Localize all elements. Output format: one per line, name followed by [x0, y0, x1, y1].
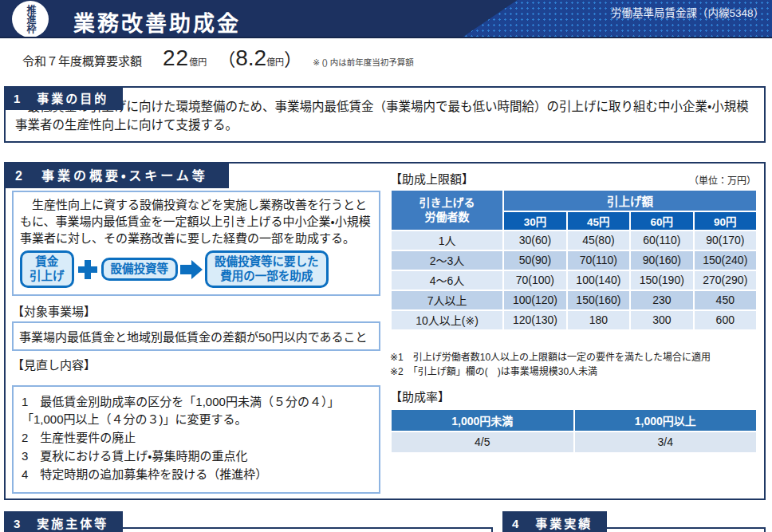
overview-text: 生産性向上に資する設備投資などを実施し業務改善を行うとともに、事業場内最低賃金を…	[20, 196, 372, 247]
subsidy-rate-table: 1,000円未満 1,000円以上 4/5 3/4	[390, 408, 758, 454]
page-title: 業務改善助成金	[73, 6, 241, 37]
department-label: 労働基準局賃金課（内線5348）	[611, 4, 764, 20]
flow-wage-raise-box: 賃金 引上げ	[20, 250, 74, 287]
promotion-frame-badge: 推進枠	[12, 1, 49, 37]
flow-wage-raise-line1: 賃金	[30, 255, 65, 269]
table-row: 1人30(60)45(80)60(110)90(170)	[392, 231, 756, 250]
flow-subsidy-line2: 費用の一部を助成	[215, 270, 319, 283]
paren-close: ）	[284, 45, 301, 70]
revision-box: 1 最低賃金別助成率の区分を「1,000円未満（５分の４）」 「1,000円以上…	[12, 385, 380, 494]
table-row: 7人以上100(120)150(160)230450	[392, 291, 756, 309]
limit-label: 【助成上限額】	[390, 170, 474, 187]
badge-label: 推進枠	[26, 5, 35, 33]
revision-item: 1 最低賃金別助成率の区分を「1,000円未満（５分の４）」	[22, 393, 371, 412]
flow-subsidy-line1: 設備投資等に要した	[215, 255, 319, 269]
flow-capital-investment-box: 設備投資等	[101, 258, 179, 281]
subsidy-limit-table: 引き上げる 労働者数 引上げ額 30円 45円 60円 90円 1人30(60)…	[390, 189, 758, 331]
previous-budget-unit: 億円	[266, 55, 284, 68]
section-purpose-title: 1 事業の目的	[4, 86, 123, 110]
revision-item: 「1,000円以上（４分の３)」に変更する。	[22, 411, 371, 429]
column-header: 90円	[695, 212, 756, 230]
rate-value: 3/4	[575, 432, 757, 452]
section-results-title: 4 事業実績	[502, 511, 607, 532]
section-implementing-title: 3 実施主体等	[4, 511, 123, 532]
budget-amount: 22	[163, 45, 189, 71]
raise-amount-header: 引上げ額	[504, 191, 756, 211]
revision-label: 【見直し内容】	[12, 356, 380, 372]
budget-request-line: 令和７年度概算要求額 22 億円 （ 8.2 億円 ） ※ () 内は前年度当初…	[22, 45, 772, 70]
revision-item: 4 特定時期の追加募集枠を設ける（推進枠）	[22, 466, 371, 484]
table-notes: ※1 引上げ労働者数10人以上の上限額は一定の要件を満たした場合に適用 ※2 「…	[390, 350, 758, 380]
section-purpose: 1 事業の目的 最低賃金の引上げに向けた環境整備のため、事業場内最低賃金（事業場…	[4, 86, 766, 143]
subsidy-limit-column: 【助成上限額】 （単位：万円） 引き上げる 労働者数 引上げ額 30円 45円	[387, 164, 764, 499]
paren-open: （	[218, 45, 235, 70]
column-header: 60円	[631, 212, 692, 230]
table-note: ※2 「引上げ額」欄の( )は事業場規模30人未満	[390, 365, 758, 380]
column-header: 30円	[504, 212, 565, 230]
overview-column: 【事業概要】 生産性向上に資する設備投資などを実施し業務改善を行うとともに、事業…	[6, 164, 387, 499]
table-note: ※1 引上げ労働者数10人以上の上限額は一定の要件を満たした場合に適用	[390, 350, 758, 365]
target-label: 【対象事業場】	[12, 302, 380, 319]
budget-amount-unit: 億円	[189, 55, 207, 68]
revision-item: 2 生産性要件の廃止	[22, 429, 371, 447]
rate-label: 【助成率】	[390, 388, 758, 404]
document-page: 推進枠 業務改善助成金 労働基準局賃金課（内線5348） 令和７年度概算要求額 …	[0, 0, 772, 532]
budget-label: 令和７年度概算要求額	[22, 52, 142, 69]
target-box: 事業場内最低賃金と地域別最低賃金の差額が50円以内であること	[12, 321, 380, 351]
plus-icon	[78, 260, 97, 279]
rate-value: 4/5	[392, 432, 573, 452]
budget-note: ※ () 内は前年度当初予算額	[313, 56, 414, 68]
column-header: 45円	[568, 212, 629, 230]
title-banner: 推進枠 業務改善助成金 労働基準局賃金課（内線5348）	[0, 0, 772, 38]
revision-item: 3 夏秋における賃上げ・募集時期の重点化	[22, 447, 371, 466]
section-overview-title: 2 事業の概要・スキーム等	[4, 162, 229, 188]
rate-header: 1,000円以上	[575, 410, 757, 431]
overview-box: 生産性向上に資する設備投資などを実施し業務改善を行うとともに、事業場内最低賃金を…	[12, 191, 380, 296]
section-implementing-body: 3 実施主体等 厚生労働省（都道府県労働局） 申請 助成 中小企業等	[4, 511, 493, 532]
section-overview-scheme: 2 事業の概要・スキーム等 【事業概要】 生産性向上に資する設備投資などを実施し…	[4, 162, 766, 500]
rate-header: 1,000円未満	[392, 410, 573, 431]
flow-wage-raise-line2: 引上げ	[30, 270, 65, 283]
previous-budget-amount: 8.2	[235, 45, 266, 71]
arrow-right-icon	[180, 260, 203, 279]
table-row: 10人以上(※)120(130)180300600	[392, 311, 756, 329]
scheme-flow: 賃金 引上げ 設備投資等 設備投資等に要した 費用の一部を助成	[20, 250, 372, 287]
table-row: 2～3人50(90)70(110)90(160)150(240)	[392, 251, 756, 270]
table-corner-header: 引き上げる 労働者数	[392, 191, 502, 230]
section-results: 4 事業実績 ◆ 交付決定件数：13,603件 ※ 令和５年度実績	[502, 511, 766, 532]
unit-note: （単位：万円）	[689, 173, 756, 187]
flow-subsidy-box: 設備投資等に要した 費用の一部を助成	[205, 250, 329, 287]
table-row: 4～6人70(100)100(140)150(190)270(290)	[392, 271, 756, 290]
